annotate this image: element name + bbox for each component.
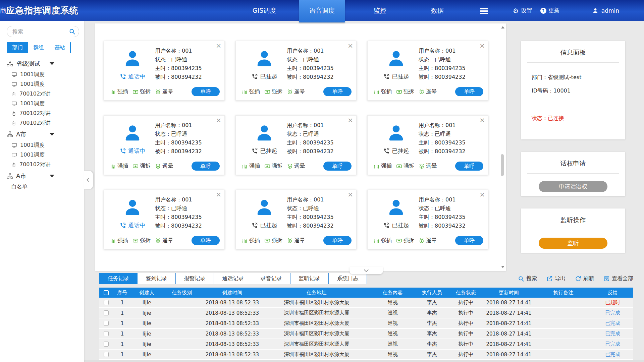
single-call-button[interactable]: 单呼 [455, 87, 483, 96]
row-checkbox[interactable] [104, 331, 109, 336]
cell-updated: 2018-08-27 14:41 [483, 352, 535, 358]
single-call-button[interactable]: 单呼 [455, 162, 483, 171]
remote-stun-button[interactable]: 遥晕 [155, 88, 173, 95]
sidebar-collapse-handle[interactable] [84, 171, 93, 189]
single-call-button[interactable]: 单呼 [323, 87, 352, 96]
sidebar-tab[interactable]: 群组 [28, 42, 49, 53]
nav-item[interactable]: GIS调度 [243, 0, 286, 21]
scroll-down-arrow[interactable] [501, 266, 504, 268]
nav-item[interactable]: 监控 [364, 0, 396, 21]
update-button[interactable]: ↑ 更新 [540, 7, 560, 14]
close-icon[interactable]: × [347, 191, 353, 198]
remote-stun-button[interactable]: 遥晕 [287, 88, 305, 95]
export-button[interactable]: 导出 [546, 275, 566, 282]
remote-stun-button[interactable]: 遥晕 [287, 237, 305, 244]
record-tab[interactable]: 录音记录 [252, 273, 290, 284]
search-icon[interactable] [69, 28, 75, 35]
close-icon[interactable]: × [479, 191, 485, 198]
remote-stun-button[interactable]: 遥晕 [419, 88, 437, 95]
close-icon[interactable]: × [216, 116, 221, 124]
force-insert-button[interactable]: 强插 [374, 88, 392, 95]
row-checkbox[interactable] [104, 342, 109, 347]
force-insert-button[interactable]: 强插 [110, 88, 128, 95]
record-tab[interactable]: 系统日志 [329, 273, 367, 284]
row-checkbox[interactable] [104, 352, 109, 357]
refresh-button[interactable]: 刷新 [575, 275, 594, 282]
tree-item[interactable]: 1001调度 [7, 99, 84, 109]
sidebar-tab[interactable]: 部门 [7, 42, 28, 53]
force-break-button[interactable]: 强拆 [396, 163, 414, 170]
view-all-button[interactable]: 查看全部 [603, 275, 633, 282]
force-insert-button[interactable]: 强插 [374, 163, 392, 170]
nav-item[interactable]: 会商 [0, 0, 16, 21]
apply-talk-permission-button[interactable]: 申请话语权 [539, 181, 607, 192]
remote-stun-button[interactable]: 遥晕 [155, 163, 173, 170]
force-break-button[interactable]: 强拆 [264, 88, 282, 95]
panel-collapse-tab[interactable] [350, 267, 383, 274]
single-call-button[interactable]: 单呼 [192, 87, 220, 96]
single-call-button[interactable]: 单呼 [323, 162, 352, 171]
user-menu[interactable]: admin [592, 7, 619, 14]
record-tab[interactable]: 通话记录 [214, 273, 252, 284]
search-button[interactable]: 搜索 [518, 275, 537, 282]
tree-item[interactable]: 700102对讲 [7, 109, 84, 118]
force-break-button[interactable]: 强拆 [396, 237, 414, 244]
force-break-button[interactable]: 强拆 [132, 88, 151, 95]
remote-stun-button[interactable]: 遥晕 [155, 237, 173, 244]
close-icon[interactable]: × [216, 42, 221, 49]
monitor-button[interactable]: 监听 [539, 238, 607, 249]
record-tab[interactable]: 报警记录 [176, 273, 214, 284]
force-insert-button[interactable]: 强插 [242, 88, 260, 95]
force-break-button[interactable]: 强拆 [264, 163, 282, 170]
single-call-button[interactable]: 单呼 [192, 162, 220, 171]
close-icon[interactable]: × [479, 116, 485, 124]
record-tab[interactable]: 监听记录 [290, 273, 329, 284]
force-insert-button[interactable]: 强插 [374, 237, 392, 244]
remote-stun-button[interactable]: 遥晕 [419, 237, 437, 244]
search-input[interactable] [12, 28, 69, 35]
nav-item[interactable]: 语音调度 [299, 0, 345, 22]
select-all-checkbox[interactable] [104, 290, 109, 295]
scroll-up-arrow[interactable] [501, 26, 504, 28]
hamburger-menu-icon[interactable] [480, 7, 488, 15]
force-break-button[interactable]: 强拆 [264, 237, 282, 244]
remote-stun-button[interactable]: 遥晕 [419, 163, 437, 170]
break-box-icon [396, 163, 402, 169]
close-icon[interactable]: × [347, 42, 353, 49]
close-icon[interactable]: × [347, 116, 353, 124]
single-call-button[interactable]: 单呼 [455, 236, 483, 245]
settings-button[interactable]: ⚙ 设置 [513, 7, 532, 14]
force-break-button[interactable]: 强拆 [396, 88, 414, 95]
tree-item[interactable]: 白名单 [7, 182, 84, 192]
tree-item[interactable]: 1001调度 [7, 70, 84, 79]
record-tab[interactable]: 任务记录 [99, 273, 138, 284]
tree-group-provincial[interactable]: 省级测试 [7, 57, 84, 70]
tree-group-city-a2[interactable]: A市 [7, 170, 84, 182]
force-insert-button[interactable]: 强插 [242, 163, 260, 170]
tree-group-city-a1[interactable]: A市 [7, 128, 84, 140]
tree-item[interactable]: 1001调度 [7, 140, 84, 150]
force-insert-button[interactable]: 强插 [110, 163, 128, 170]
tree-item[interactable]: 700102对讲 [7, 89, 84, 99]
row-checkbox[interactable] [104, 310, 109, 315]
tree-item[interactable]: 700102对讲 [7, 118, 84, 128]
stun-circle-icon [419, 238, 425, 244]
close-icon[interactable]: × [479, 42, 485, 49]
single-call-button[interactable]: 单呼 [323, 236, 352, 245]
force-insert-button[interactable]: 强插 [242, 237, 260, 244]
sidebar-tab[interactable]: 基站 [49, 42, 70, 53]
record-tab[interactable]: 签到记录 [138, 273, 176, 284]
force-break-button[interactable]: 强拆 [132, 237, 151, 244]
scroll-thumb[interactable] [501, 154, 504, 176]
nav-item[interactable]: 数据 [421, 0, 454, 21]
force-insert-button[interactable]: 强插 [110, 237, 128, 244]
single-call-button[interactable]: 单呼 [192, 236, 220, 245]
row-checkbox[interactable] [104, 300, 109, 305]
row-checkbox[interactable] [104, 321, 109, 326]
remote-stun-button[interactable]: 遥晕 [287, 163, 305, 170]
tree-item[interactable]: 1001调度 [7, 79, 84, 89]
tree-item[interactable]: 700102对讲 [7, 160, 84, 170]
close-icon[interactable]: × [216, 191, 221, 198]
force-break-button[interactable]: 强拆 [132, 163, 151, 170]
tree-item[interactable]: 1001调度 [7, 150, 84, 160]
